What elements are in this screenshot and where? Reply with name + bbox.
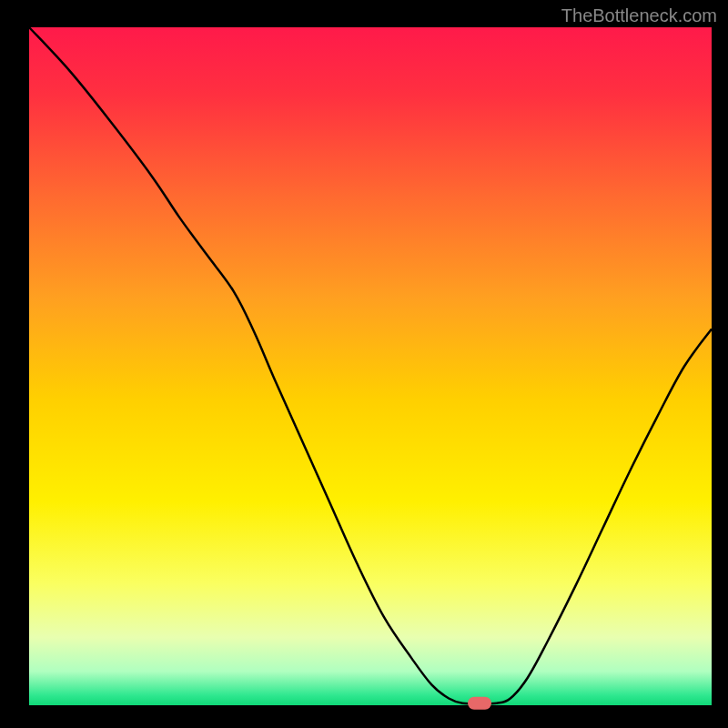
chart-container: [0, 0, 728, 728]
optimal-marker: [468, 697, 491, 710]
gradient-background: [29, 27, 712, 705]
bottleneck-chart: [0, 0, 728, 728]
watermark-text: TheBottleneck.com: [561, 5, 717, 26]
